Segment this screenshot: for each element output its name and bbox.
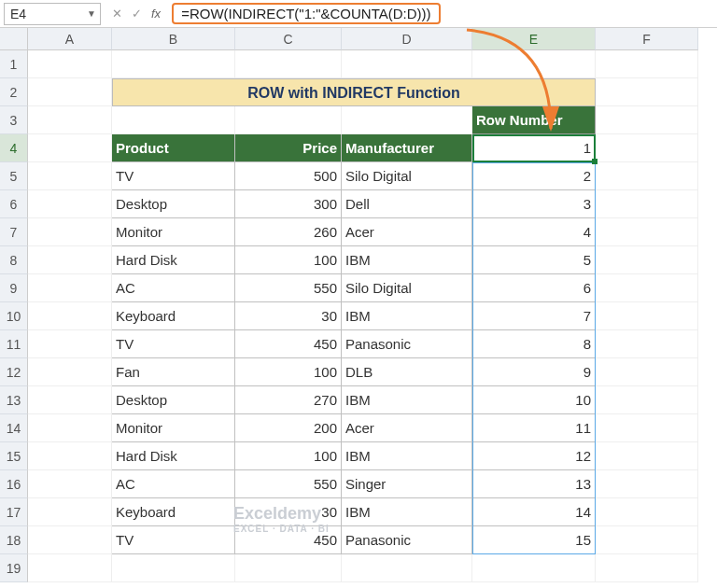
col-header-C[interactable]: C [235,28,342,50]
cell[interactable] [472,50,596,78]
cell[interactable] [112,106,235,134]
cell-rownum[interactable]: 11 [472,414,596,442]
cell[interactable] [28,190,112,218]
cell[interactable] [28,470,112,498]
cell[interactable] [596,162,698,190]
cell[interactable] [596,414,698,442]
row-header[interactable]: 7 [0,218,28,246]
cell[interactable] [596,50,698,78]
cell[interactable] [596,526,698,554]
row-header[interactable]: 16 [0,470,28,498]
cell-rownum[interactable]: 15 [472,526,596,554]
cell-manufacturer[interactable]: Silo Digital [342,162,472,190]
cell-manufacturer[interactable]: IBM [342,498,472,526]
cell-price[interactable]: 30 [235,498,342,526]
cell-product[interactable]: Fan [112,358,235,386]
header-price[interactable]: Price [235,134,342,162]
row-header[interactable]: 15 [0,442,28,470]
cell[interactable] [596,218,698,246]
row-header[interactable]: 17 [0,498,28,526]
cell[interactable] [28,78,112,106]
col-header-D[interactable]: D [342,28,472,50]
cell-product[interactable]: AC [112,470,235,498]
cell[interactable] [596,498,698,526]
cell-manufacturer[interactable]: Silo Digital [342,274,472,302]
cell[interactable] [28,106,112,134]
row-header[interactable]: 5 [0,162,28,190]
cell[interactable] [112,50,235,78]
cell-price[interactable]: 450 [235,526,342,554]
cell[interactable] [596,134,698,162]
cell[interactable] [596,470,698,498]
cell[interactable] [596,554,698,582]
row-header[interactable]: 8 [0,246,28,274]
select-all-corner[interactable] [0,28,28,50]
cell-manufacturer[interactable]: Singer [342,470,472,498]
cell-manufacturer[interactable]: Dell [342,190,472,218]
cell[interactable] [28,330,112,358]
cell[interactable] [235,554,342,582]
cell[interactable] [28,162,112,190]
row-header[interactable]: 6 [0,190,28,218]
col-header-E[interactable]: E [472,28,596,50]
cell-manufacturer[interactable]: IBM [342,246,472,274]
cell-price[interactable]: 550 [235,470,342,498]
cancel-icon[interactable]: ✕ [112,7,122,21]
cell[interactable] [596,386,698,414]
row-header[interactable]: 4 [0,134,28,162]
cell-rownum[interactable]: 7 [472,302,596,330]
cell-product[interactable]: TV [112,162,235,190]
row-header[interactable]: 18 [0,526,28,554]
cell-rownum[interactable]: 9 [472,358,596,386]
cell-price[interactable]: 450 [235,330,342,358]
row-header[interactable]: 9 [0,274,28,302]
cell-manufacturer[interactable]: IBM [342,442,472,470]
row-header[interactable]: 12 [0,358,28,386]
cell-product[interactable]: Monitor [112,218,235,246]
col-header-A[interactable]: A [28,28,112,50]
col-header-B[interactable]: B [112,28,235,50]
cell[interactable] [28,274,112,302]
cell-manufacturer[interactable]: Acer [342,414,472,442]
accept-icon[interactable]: ✓ [132,7,142,21]
cell-rownum[interactable]: 14 [472,498,596,526]
cell-product[interactable]: Monitor [112,414,235,442]
cell-rownum[interactable]: 8 [472,330,596,358]
cell-product[interactable]: Hard Disk [112,246,235,274]
cell-rownum[interactable]: 5 [472,246,596,274]
cell-rownum[interactable]: 13 [472,470,596,498]
row-header[interactable]: 1 [0,50,28,78]
row-header[interactable]: 10 [0,302,28,330]
cell-price[interactable]: 270 [235,386,342,414]
cell[interactable] [28,302,112,330]
cell-rownum[interactable]: 2 [472,162,596,190]
cell[interactable] [596,78,698,106]
cell-rownum[interactable]: 12 [472,442,596,470]
name-box-dropdown-icon[interactable]: ▼ [87,8,96,19]
cell-manufacturer[interactable]: IBM [342,386,472,414]
cell-rownum[interactable]: 3 [472,190,596,218]
cell-price[interactable]: 260 [235,218,342,246]
fx-icon[interactable]: fx [151,7,161,21]
cell[interactable] [596,330,698,358]
cell[interactable] [28,414,112,442]
cell[interactable] [28,526,112,554]
cell[interactable] [28,134,112,162]
cell[interactable] [342,50,472,78]
col-header-F[interactable]: F [596,28,698,50]
cell-price[interactable]: 550 [235,274,342,302]
cell-product[interactable]: TV [112,330,235,358]
cell[interactable] [28,386,112,414]
row-header[interactable]: 11 [0,330,28,358]
cell[interactable] [28,442,112,470]
cell-manufacturer[interactable]: IBM [342,302,472,330]
cell-price[interactable]: 200 [235,414,342,442]
formula-bar[interactable]: =ROW(INDIRECT("1:"&COUNTA(D:D))) [172,3,713,25]
cell-price[interactable]: 100 [235,442,342,470]
row-header[interactable]: 19 [0,554,28,582]
cell[interactable] [596,274,698,302]
cell[interactable] [472,554,596,582]
cell[interactable] [112,554,235,582]
cell[interactable] [596,106,698,134]
cell[interactable] [235,50,342,78]
